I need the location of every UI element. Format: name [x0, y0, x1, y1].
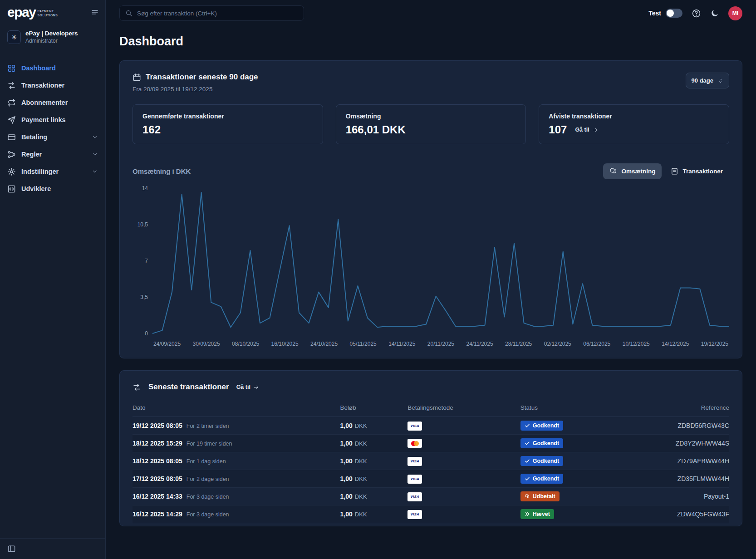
visa-icon: VISA: [407, 457, 422, 466]
panel-collapse-icon[interactable]: [7, 544, 98, 553]
x-tick-label: 06/12/2025: [583, 341, 610, 347]
help-icon[interactable]: [692, 9, 701, 18]
coins-icon: [525, 494, 530, 499]
goto-transactions-link[interactable]: Gå til: [236, 384, 259, 390]
toggle-knob: [667, 10, 674, 17]
x-tick-label: 14/12/2025: [662, 341, 689, 347]
table-row[interactable]: 16/12 2025 14:29For 3 dage siden1,00DKKV…: [133, 505, 729, 523]
sidebar: epay PAYMENT SOLUTIONS ✳ ePay | Develope…: [0, 0, 106, 559]
transaction-amount: 1,00DKK: [340, 510, 408, 518]
table-header: Dato Beløb Betalingsmetode Status Refere…: [133, 402, 729, 417]
sidebar-item-payment-links[interactable]: Payment links: [0, 111, 105, 128]
sidebar-item-transaktioner[interactable]: Transaktioner: [0, 77, 105, 94]
sidebar-item-abonnementer[interactable]: Abonnementer: [0, 94, 105, 111]
y-tick-label: 14: [133, 186, 148, 191]
table-row[interactable]: 18/12 2025 08:05For 1 dag siden1,00DKKVI…: [133, 452, 729, 470]
workspace-name: ePay | Developers: [25, 30, 78, 37]
page-title: Dashboard: [119, 34, 742, 49]
avatar[interactable]: MI: [728, 6, 742, 20]
transaction-amount: 1,00DKK: [340, 475, 408, 483]
goto-declined-link[interactable]: Gå til: [575, 127, 598, 133]
transaction-reference: ZDW4Q5FGW43F: [616, 510, 729, 518]
test-mode-toggle[interactable]: [666, 9, 682, 18]
transaction-date: 16/12 2025 14:29For 3 dage siden: [133, 510, 340, 518]
chevron-down-icon: [92, 151, 98, 157]
overview-card: Transaktioner seneste 90 dage Fra 20/09 …: [119, 60, 742, 358]
y-tick-label: 3,5: [133, 294, 148, 300]
stat-value: 166,01 DKK: [346, 123, 406, 136]
col-status: Status: [520, 404, 616, 411]
transaction-status: Godkendt: [520, 438, 616, 448]
dark-mode-icon[interactable]: [710, 9, 719, 18]
search-icon: [125, 10, 133, 17]
chart-x-axis: 24/09/202530/09/202508/10/202516/10/2025…: [152, 341, 729, 347]
chevron-down-icon: [92, 134, 98, 140]
mastercard-icon: [407, 439, 422, 448]
col-reference: Reference: [616, 404, 729, 411]
table-row[interactable]: 16/12 2025 14:33For 3 dage siden1,00DKKV…: [133, 488, 729, 505]
table-row[interactable]: 19/12 2025 08:05For 2 timer siden1,00DKK…: [133, 417, 729, 435]
x-tick-label: 20/11/2025: [427, 341, 454, 347]
chart-label: Omsætning i DKK: [133, 167, 191, 175]
workspace-switcher[interactable]: ✳ ePay | Developers Administrator: [7, 30, 98, 44]
table-row[interactable]: 17/12 2025 08:05For 2 dage siden1,00DKKV…: [133, 470, 729, 488]
sidebar-item-indstillinger[interactable]: Indstillinger: [0, 163, 105, 180]
nav-label: Regler: [21, 151, 42, 158]
transaction-amount: 1,00DKK: [340, 439, 408, 447]
main-area: Test MI Dashboard: [106, 0, 756, 559]
calendar-icon: [133, 73, 141, 82]
x-tick-label: 14/11/2025: [388, 341, 415, 347]
workspace-role: Administrator: [25, 38, 78, 44]
transaction-status: Udbetalt: [520, 491, 616, 501]
table-body: 19/12 2025 08:05For 2 timer siden1,00DKK…: [133, 417, 729, 523]
payment-method: VISA: [407, 491, 520, 501]
transactions-card: Seneste transaktioner Gå til Dato Beløb …: [119, 370, 742, 526]
transaction-date: 17/12 2025 08:05For 2 dage siden: [133, 475, 340, 483]
range-select[interactable]: 90 dage: [686, 73, 729, 88]
nav-label: Payment links: [21, 116, 66, 123]
transaction-date: 16/12 2025 14:33For 3 dage siden: [133, 492, 340, 500]
col-belob: Beløb: [340, 404, 408, 411]
check-icon: [525, 441, 530, 446]
table-row[interactable]: 18/12 2025 15:29For 19 timer siden1,00DK…: [133, 435, 729, 452]
logo-text: epay: [7, 5, 35, 19]
visa-icon: VISA: [407, 422, 422, 431]
nav-label: Abonnementer: [21, 99, 68, 106]
transaction-reference: ZD35FLMWW44H: [616, 475, 729, 482]
sidebar-item-betaling[interactable]: Betaling: [0, 128, 105, 146]
x-tick-label: 16/10/2025: [271, 341, 299, 347]
x-tick-label: 19/12/2025: [701, 341, 728, 347]
nav-label: Transaktioner: [21, 82, 64, 89]
chart-toggle-transactions[interactable]: Transaktioner: [664, 163, 729, 179]
status-badge: Udbetalt: [520, 491, 560, 501]
x-tick-label: 05/11/2025: [350, 341, 377, 347]
stat-declined-transactions: Afviste transaktioner 107 Gå til: [539, 104, 729, 144]
chart-toggle-revenue[interactable]: Omsætning: [603, 163, 662, 179]
visa-icon: VISA: [407, 475, 422, 484]
transaction-amount: 1,00DKK: [340, 457, 408, 465]
transaction-status: Godkendt: [520, 421, 616, 431]
sidebar-nav: Dashboard Transaktioner Abonnementer Pay…: [0, 59, 105, 197]
sidebar-item-dashboard[interactable]: Dashboard: [0, 59, 105, 77]
search-bar[interactable]: [119, 5, 304, 21]
overview-title: Transaktioner seneste 90 dage: [146, 73, 258, 82]
transaction-amount: 1,00DKK: [340, 422, 408, 430]
chevron-down-icon: [92, 168, 98, 175]
chart-y-axis: 1410,573,50: [133, 186, 152, 336]
nav-label: Dashboard: [21, 64, 56, 72]
logo-tagline: PAYMENT SOLUTIONS: [37, 9, 58, 17]
x-tick-label: 30/09/2025: [193, 341, 220, 347]
x-tick-label: 02/12/2025: [544, 341, 571, 347]
stat-value: 107: [549, 123, 567, 136]
sidebar-item-udviklere[interactable]: Udviklere: [0, 180, 105, 197]
test-mode-label: Test: [648, 10, 661, 17]
visa-icon: VISA: [407, 510, 422, 519]
x-tick-label: 24/09/2025: [153, 341, 181, 347]
nav-label: Udviklere: [21, 185, 51, 192]
x-tick-label: 24/10/2025: [310, 341, 338, 347]
search-input[interactable]: [137, 10, 298, 17]
sidebar-collapse-icon[interactable]: [91, 8, 99, 16]
topbar: Test MI: [106, 0, 756, 23]
sidebar-item-regler[interactable]: Regler: [0, 146, 105, 163]
status-badge: Godkendt: [520, 456, 563, 466]
